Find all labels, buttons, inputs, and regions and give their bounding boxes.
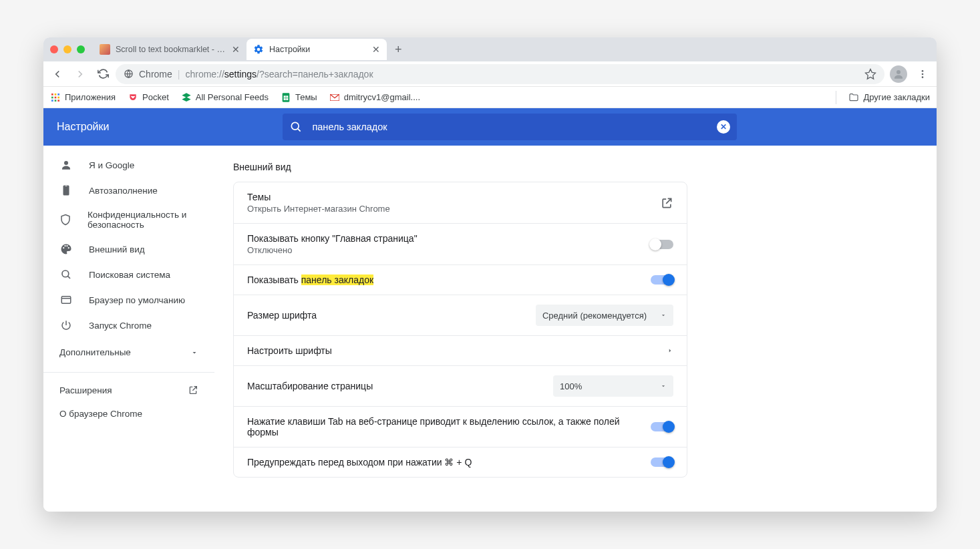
sidebar-item-on-startup[interactable]: Запуск Chrome — [43, 313, 214, 338]
bookmark-gmail[interactable]: dmitrycv1@gmail.... — [329, 92, 420, 103]
sidebar-item-search-engine[interactable]: Поисковая система — [43, 262, 214, 287]
svg-point-2 — [922, 70, 924, 72]
svg-point-21 — [62, 270, 69, 277]
svg-point-4 — [922, 76, 924, 78]
menu-button[interactable] — [913, 64, 933, 84]
svg-rect-12 — [55, 100, 57, 102]
svg-rect-11 — [51, 100, 53, 102]
sidebar-item-default-browser[interactable]: Браузер по умолчанию — [43, 287, 214, 313]
sidebar-item-privacy[interactable]: Конфиденциальность и безопасность — [43, 203, 214, 236]
sidebar-additional[interactable]: Дополнительные — [43, 338, 214, 367]
profile-avatar[interactable] — [890, 65, 907, 83]
external-link-icon — [188, 385, 198, 395]
external-link-icon — [660, 196, 673, 210]
site-info-icon — [124, 69, 134, 79]
appearance-card: Темы Открыть Интернет-магазин Chrome Пок… — [233, 182, 687, 478]
toggle-home-button[interactable] — [651, 240, 673, 249]
omnibox-host: Chrome — [139, 69, 172, 79]
close-tab-icon[interactable]: ✕ — [232, 44, 240, 55]
svg-rect-8 — [51, 96, 53, 98]
sheets-icon — [281, 92, 291, 103]
tab-2[interactable]: Настройки ✕ — [247, 39, 387, 60]
svg-rect-13 — [57, 100, 59, 102]
show-bookmarks-label: Показывать панель закладок — [247, 274, 651, 285]
palette-icon — [59, 243, 73, 255]
shield-icon — [59, 214, 71, 226]
new-tab-button[interactable]: + — [387, 43, 410, 57]
page-title: Настройки — [57, 121, 109, 133]
window-maximize[interactable] — [77, 45, 85, 53]
window-close[interactable] — [50, 45, 58, 53]
chevron-down-icon — [190, 349, 198, 357]
settings-page: Настройки ✕ Я и Google Автозаполнение Ко… — [43, 108, 937, 512]
power-icon — [59, 319, 73, 331]
font-size-select[interactable]: Средний (рекомендуется) — [536, 305, 673, 326]
window-minimize[interactable] — [63, 45, 71, 53]
settings-main: Внешний вид Темы Открыть Интернет-магази… — [214, 146, 937, 512]
settings-search[interactable]: ✕ — [283, 114, 737, 140]
feed-icon — [181, 92, 192, 103]
svg-point-3 — [922, 73, 924, 75]
bookmarks-bar: Приложения Pocket All Personal Feeds Тем… — [43, 87, 937, 108]
sidebar-item-appearance[interactable]: Внешний вид — [43, 236, 214, 262]
search-input[interactable] — [312, 122, 707, 132]
svg-rect-7 — [57, 94, 59, 96]
back-button[interactable] — [47, 64, 67, 84]
bookmark-pocket[interactable]: Pocket — [128, 92, 169, 103]
search-icon — [59, 268, 73, 281]
address-bar[interactable]: Chrome | chrome://settings/?search=панел… — [116, 64, 884, 84]
tab-strip: Scroll to text bookmarklet - Me ✕ Настро… — [43, 37, 937, 61]
section-title: Внешний вид — [233, 162, 687, 172]
browser-window: Scroll to text bookmarklet - Me ✕ Настро… — [43, 37, 937, 512]
sidebar-extensions[interactable]: Расширения — [43, 378, 214, 402]
other-bookmarks[interactable]: Другие закладки — [848, 92, 930, 103]
bookmark-feeds[interactable]: All Personal Feeds — [181, 92, 269, 103]
apps-shortcut[interactable]: Приложения — [50, 92, 116, 103]
settings-icon — [253, 44, 264, 55]
svg-point-1 — [896, 70, 901, 74]
svg-rect-5 — [51, 94, 53, 96]
svg-rect-6 — [55, 94, 57, 96]
bookmark-star-icon[interactable] — [864, 68, 876, 80]
sidebar-item-you-and-google[interactable]: Я и Google — [43, 152, 214, 178]
toggle-warn-quit[interactable] — [651, 458, 673, 467]
browser-icon — [59, 294, 73, 306]
reload-button[interactable] — [93, 64, 113, 84]
row-show-bookmarks-bar: Показывать панель закладок — [234, 265, 687, 295]
close-tab-icon[interactable]: ✕ — [372, 44, 380, 55]
clipboard-icon — [59, 184, 73, 196]
row-home-button: Показывать кнопку "Главная страница" Отк… — [234, 224, 687, 265]
browser-toolbar: Chrome | chrome://settings/?search=панел… — [43, 61, 937, 87]
settings-header: Настройки ✕ — [43, 108, 937, 146]
person-icon — [59, 159, 73, 171]
gmail-icon — [329, 92, 340, 103]
tab-title-2: Настройки — [269, 45, 367, 54]
omnibox-url: chrome://settings/?search=панель+закладо… — [185, 69, 373, 79]
toggle-tab-highlights[interactable] — [651, 422, 673, 431]
settings-body: Я и Google Автозаполнение Конфиденциальн… — [43, 146, 937, 512]
forward-button[interactable] — [70, 64, 90, 84]
svg-rect-10 — [57, 96, 59, 98]
page-zoom-select[interactable]: 100% — [553, 375, 673, 397]
traffic-lights — [50, 45, 85, 53]
tab-1[interactable]: Scroll to text bookmarklet - Me ✕ — [93, 39, 247, 60]
clear-search-icon[interactable]: ✕ — [717, 120, 730, 134]
favicon-1 — [100, 44, 110, 55]
row-page-zoom: Масштабирование страницы 100% — [234, 366, 687, 407]
bookmark-themes[interactable]: Темы — [281, 92, 317, 103]
toggle-bookmarks-bar[interactable] — [651, 275, 673, 285]
settings-sidebar: Я и Google Автозаполнение Конфиденциальн… — [43, 146, 214, 512]
sidebar-about[interactable]: О браузере Chrome — [43, 402, 214, 425]
chevron-down-icon — [660, 383, 667, 389]
svg-rect-9 — [55, 96, 57, 98]
chevron-down-icon — [660, 312, 667, 319]
row-tab-highlights: Нажатие клавиши Tab на веб-странице прив… — [234, 407, 687, 447]
row-themes[interactable]: Темы Открыть Интернет-магазин Chrome — [234, 182, 687, 224]
svg-point-19 — [292, 122, 299, 130]
folder-icon — [848, 92, 859, 103]
row-customize-fonts[interactable]: Настроить шрифты — [234, 336, 687, 366]
sidebar-item-autofill[interactable]: Автозаполнение — [43, 178, 214, 203]
row-warn-quit: Предупреждать перед выходом при нажатии … — [234, 447, 687, 477]
svg-point-20 — [64, 161, 68, 165]
chevron-right-icon — [667, 347, 673, 354]
